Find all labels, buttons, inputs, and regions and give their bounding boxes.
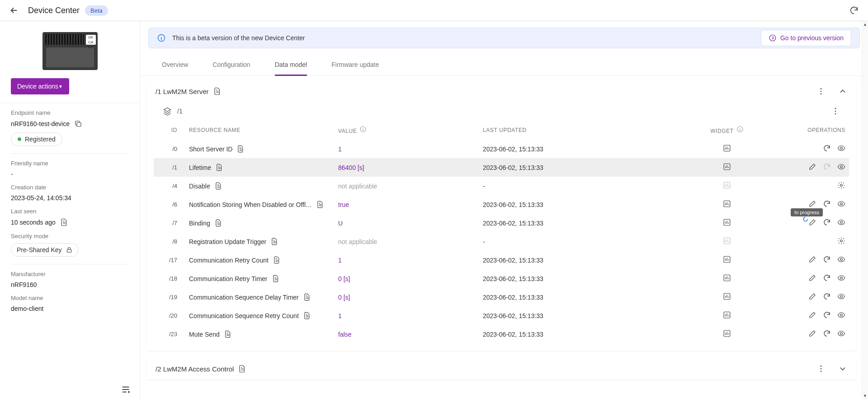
instance-path: /1 — [177, 108, 183, 115]
widget-icon[interactable] — [723, 311, 731, 319]
widget-icon[interactable] — [723, 274, 731, 282]
refresh-icon[interactable] — [823, 144, 831, 152]
doc-icon[interactable] — [215, 219, 222, 227]
edit-icon[interactable] — [808, 200, 816, 208]
row-name: Communication Sequence Retry Count — [189, 312, 299, 319]
collapse-icon[interactable] — [838, 87, 847, 96]
row-id: /0 — [154, 140, 185, 158]
observe-icon[interactable] — [837, 144, 845, 152]
device-image: UKCA CE — [0, 21, 140, 78]
table-row: /0 Short Server ID 1 2023-06-02, 15:13:3… — [154, 140, 849, 158]
edit-icon[interactable] — [808, 218, 816, 226]
expand-icon[interactable] — [838, 364, 847, 373]
execute-icon[interactable] — [837, 181, 845, 189]
in-progress-tooltip: In progress — [791, 208, 823, 216]
copy-icon[interactable] — [74, 120, 82, 128]
back-button[interactable] — [9, 5, 19, 15]
refresh-icon[interactable] — [823, 218, 831, 226]
widget-icon[interactable] — [723, 163, 731, 171]
row-name: Binding — [189, 220, 210, 227]
tab-firmware[interactable]: Firmware update — [331, 55, 379, 75]
panel-access-control: /2 LwM2M Access Control — [146, 358, 856, 380]
widget-icon[interactable] — [723, 218, 731, 226]
layers-icon[interactable] — [163, 107, 172, 116]
edit-icon[interactable] — [808, 292, 816, 300]
observe-icon[interactable] — [837, 218, 845, 226]
observe-icon[interactable] — [837, 163, 845, 171]
row-updated: 2023-06-02, 15:13:33 — [479, 269, 695, 288]
endpoint-label: Endpoint name — [11, 109, 129, 116]
edit-icon[interactable] — [808, 163, 816, 171]
doc-icon[interactable] — [213, 87, 222, 95]
table-row: /18 Communication Retry Timer 0 [s] 2023… — [154, 269, 849, 288]
row-updated: 2023-06-02, 15:13:33 — [479, 214, 695, 232]
tab-datamodel[interactable]: Data model — [275, 55, 307, 76]
refresh-icon[interactable] — [823, 200, 831, 208]
more-icon[interactable] — [816, 364, 826, 373]
manufacturer-value: nRF9160 — [11, 281, 37, 288]
observe-icon[interactable] — [837, 255, 845, 263]
status-badge: Registered — [11, 132, 62, 146]
row-value: not applicable — [335, 232, 479, 251]
widget-icon[interactable] — [723, 292, 731, 300]
go-previous-button[interactable]: Go to previous version — [761, 30, 851, 46]
row-updated: 2023-06-02, 15:13:33 — [479, 325, 695, 343]
tabs: Overview Configuration Data model Firmwa… — [140, 55, 868, 76]
col-value: VALUE — [335, 120, 479, 140]
row-updated: 2023-06-02, 15:13:33 — [479, 306, 695, 325]
execute-icon[interactable] — [837, 237, 845, 245]
status-text: Registered — [25, 136, 56, 143]
widget-icon[interactable] — [723, 329, 731, 338]
doc-icon[interactable] — [272, 275, 280, 282]
refresh-icon[interactable] — [823, 274, 831, 282]
observe-icon[interactable] — [837, 274, 845, 282]
doc-icon[interactable] — [224, 330, 232, 338]
observe-icon[interactable] — [837, 329, 845, 338]
doc-icon[interactable] — [237, 145, 245, 153]
info-icon[interactable] — [736, 126, 744, 133]
widget-icon[interactable] — [723, 255, 731, 263]
doc-icon[interactable] — [60, 218, 68, 226]
tab-overview[interactable]: Overview — [162, 55, 188, 75]
collapse-sidebar-icon[interactable] — [121, 385, 131, 394]
row-id: /18 — [154, 269, 185, 288]
refresh-icon[interactable] — [823, 329, 831, 338]
doc-icon[interactable] — [271, 238, 278, 245]
doc-icon[interactable] — [215, 182, 222, 190]
row-id: /23 — [154, 325, 185, 343]
doc-icon[interactable] — [316, 201, 324, 208]
observe-icon[interactable] — [837, 311, 845, 319]
panels-area: /1 LwM2M Server /1 ID — [140, 76, 868, 399]
edit-icon[interactable] — [808, 329, 816, 338]
doc-icon[interactable] — [303, 312, 311, 319]
resource-table: ID RESOURCE NAME VALUE LAST UPDATED WIDG… — [154, 120, 849, 343]
info-icon[interactable] — [359, 126, 367, 133]
observe-icon[interactable] — [837, 200, 845, 208]
refresh-icon[interactable] — [823, 311, 831, 319]
row-id: /19 — [154, 288, 185, 306]
row-updated: 2023-06-02, 15:13:33 — [479, 288, 695, 306]
beta-banner: This is a beta version of the new Device… — [148, 28, 860, 48]
edit-icon[interactable] — [808, 311, 816, 319]
panel-title: /2 LwM2M Access Control — [156, 365, 234, 373]
widget-icon — [723, 237, 731, 245]
edit-icon[interactable] — [808, 255, 816, 263]
widget-icon[interactable] — [723, 144, 731, 152]
beta-badge: Beta — [85, 5, 108, 16]
refresh-icon[interactable] — [823, 292, 831, 300]
row-id: /4 — [154, 177, 185, 195]
more-icon[interactable] — [816, 87, 826, 96]
more-icon[interactable] — [831, 107, 840, 116]
refresh-icon[interactable] — [823, 255, 831, 263]
refresh-button[interactable] — [849, 5, 859, 15]
observe-icon[interactable] — [837, 292, 845, 300]
tab-configuration[interactable]: Configuration — [212, 55, 250, 75]
doc-icon[interactable] — [273, 256, 281, 264]
doc-icon[interactable] — [303, 293, 311, 301]
edit-icon[interactable] — [808, 274, 816, 282]
doc-icon[interactable] — [238, 365, 246, 373]
doc-icon[interactable] — [216, 164, 223, 171]
widget-icon[interactable] — [723, 200, 731, 208]
device-actions-button[interactable]: Device actions ▼ — [11, 78, 69, 94]
scrollbar[interactable]: ▲ ▼ — [862, 21, 868, 399]
